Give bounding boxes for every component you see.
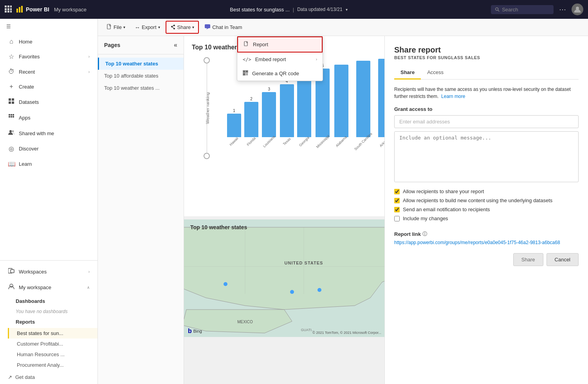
report-item-procurement[interactable]: Procurement Analy... — [8, 360, 97, 370]
email-input[interactable] — [394, 115, 579, 128]
page-item-weather[interactable]: Top 10 weather states — [98, 58, 184, 70]
topbar-center: Best states for sunglass ... | Data upda… — [87, 7, 491, 13]
allow-build-label: Allow recipients to build new content us… — [403, 197, 552, 203]
share-dropdown-menu: Report </> Embed report › Generate a QR … — [237, 36, 323, 81]
grant-access-label: Grant access to — [394, 106, 579, 112]
embed-chevron: › — [316, 57, 317, 62]
sidebar-item-shared[interactable]: Shared with me — [0, 125, 97, 141]
sidebar: ☰ ⌂ Home ☆ Favorites › ⏱ Recent › + Crea… — [0, 19, 98, 384]
tab-access[interactable]: Access — [421, 66, 450, 80]
sidebar-label-recent: Recent — [19, 69, 85, 75]
chat-button[interactable]: Chat in Team — [200, 22, 246, 33]
recent-icon: ⏱ — [8, 68, 15, 75]
more-icon[interactable]: ⋯ — [559, 5, 566, 14]
share-panel-title: Share report — [394, 45, 579, 54]
allow-build-checkbox[interactable] — [394, 198, 400, 203]
workspaces-chevron: › — [88, 270, 90, 274]
sidebar-item-learn[interactable]: 📖 Learn — [0, 156, 97, 172]
checkbox-send-email: Send an email notification to recipients — [394, 206, 579, 212]
grid-icon[interactable] — [5, 5, 12, 14]
workspace-name[interactable]: My workspace — [54, 7, 87, 13]
sidebar-item-myworkspace[interactable]: My workspace ∧ — [0, 279, 97, 295]
share-label: Share — [177, 24, 191, 30]
qr-icon — [243, 70, 248, 77]
sidebar-item-workspaces[interactable]: Workspaces › — [0, 264, 97, 279]
chat-icon — [204, 24, 211, 31]
home-icon: ⌂ — [8, 38, 15, 45]
share-icon — [170, 24, 176, 31]
pages-collapse-icon[interactable]: « — [174, 42, 177, 49]
sidebar-item-recent[interactable]: ⏱ Recent › — [0, 64, 97, 79]
svg-rect-0 — [5, 5, 7, 7]
sidebar-toggle[interactable]: ☰ — [0, 19, 97, 34]
svg-rect-16 — [12, 98, 14, 101]
export-button[interactable]: ↔ Export ▾ — [131, 22, 164, 33]
report-link-url[interactable]: https://app.powerbi.com/groups/me/report… — [394, 240, 579, 245]
sidebar-item-apps[interactable]: Apps — [0, 110, 97, 125]
report-item-customer[interactable]: Customer Profitabi... — [8, 339, 97, 349]
dropdown-item-qr[interactable]: Generate a QR code — [237, 66, 323, 81]
share-description: Recipients will have the same access as … — [394, 86, 579, 100]
checkbox-allow-share: Allow recipients to share your report — [394, 188, 579, 194]
allow-share-checkbox[interactable] — [394, 189, 400, 194]
sidebar-label-apps: Apps — [19, 115, 90, 121]
share-submit-button[interactable]: Share — [513, 253, 543, 266]
main-content: Top 10 weather Weather ranking 1 Hawaii — [184, 36, 384, 384]
page-item-weather2[interactable]: Top 10 weather states ... — [98, 82, 184, 94]
svg-rect-21 — [13, 114, 14, 116]
shared-icon — [8, 129, 15, 137]
dropdown-item-embed[interactable]: </> Embed report › — [237, 53, 323, 66]
data-chevron[interactable]: ▾ — [346, 7, 348, 12]
discover-icon: ◎ — [8, 145, 15, 152]
favorites-chevron: › — [88, 54, 90, 59]
sidebar-label-datasets: Datasets — [19, 99, 90, 105]
tab-share[interactable]: Share — [394, 66, 421, 80]
sidebar-nav: ⌂ Home ☆ Favorites › ⏱ Recent › + Create — [0, 34, 97, 257]
bar-texas: 4 Texas — [280, 79, 294, 143]
report-item-human-resources[interactable]: Human Resources ... — [8, 349, 97, 360]
get-data-button[interactable]: ↗ Get data — [0, 370, 97, 384]
embed-icon: </> — [243, 57, 251, 62]
sidebar-item-favorites[interactable]: ☆ Favorites › — [0, 49, 97, 64]
cancel-button[interactable]: Cancel — [547, 253, 579, 266]
svg-rect-9 — [16, 9, 18, 13]
report-item-best-states[interactable]: Best states for sun... — [8, 328, 97, 339]
export-chevron: ▾ — [158, 25, 160, 29]
send-email-checkbox[interactable] — [394, 207, 400, 212]
getdata-icon: ↗ — [8, 374, 12, 380]
dropdown-qr-label: Generate a QR code — [252, 71, 299, 76]
sidebar-item-create[interactable]: + Create — [0, 79, 97, 94]
apps-icon — [8, 114, 15, 121]
svg-point-12 — [496, 8, 498, 11]
sidebar-label-favorites: Favorites — [19, 54, 85, 60]
learn-more-link[interactable]: Learn more — [441, 94, 465, 99]
sidebar-label-discover: Discover — [19, 146, 90, 152]
sidebar-label-create: Create — [19, 84, 90, 90]
page-item-affordable[interactable]: Top 10 affordable states — [98, 70, 184, 82]
sidebar-label-myworkspace: My workspace — [19, 284, 83, 290]
checkbox-include-changes: Include my changes — [394, 216, 579, 221]
file-button[interactable]: File ▾ — [103, 22, 129, 33]
avatar[interactable] — [572, 4, 583, 15]
include-changes-checkbox[interactable] — [394, 216, 400, 221]
map-container: Top 10 weather states — [184, 219, 384, 337]
svg-rect-51 — [243, 74, 245, 75]
svg-rect-19 — [9, 114, 10, 116]
chat-label: Chat in Team — [212, 24, 242, 30]
sidebar-item-home[interactable]: ⌂ Home — [0, 34, 97, 49]
sidebar-item-discover[interactable]: ◎ Discover — [0, 141, 97, 156]
svg-rect-52 — [246, 73, 247, 74]
sidebar-item-datasets[interactable]: Datasets — [0, 94, 97, 110]
message-textarea[interactable] — [394, 131, 579, 182]
svg-rect-1 — [7, 5, 9, 7]
dropdown-item-report[interactable]: Report — [237, 36, 323, 53]
share-button[interactable]: Share ▾ — [166, 21, 199, 34]
file-chevron: ▾ — [123, 25, 125, 29]
file-icon — [106, 24, 112, 31]
bar-hawaii: 1 Hawaii — [227, 109, 241, 143]
svg-rect-53 — [247, 73, 248, 74]
y-axis-top-dot — [204, 57, 210, 63]
pages-panel: Pages « Top 10 weather states Top 10 aff… — [98, 36, 184, 384]
search-input[interactable] — [502, 7, 550, 13]
search-box[interactable] — [491, 5, 554, 14]
